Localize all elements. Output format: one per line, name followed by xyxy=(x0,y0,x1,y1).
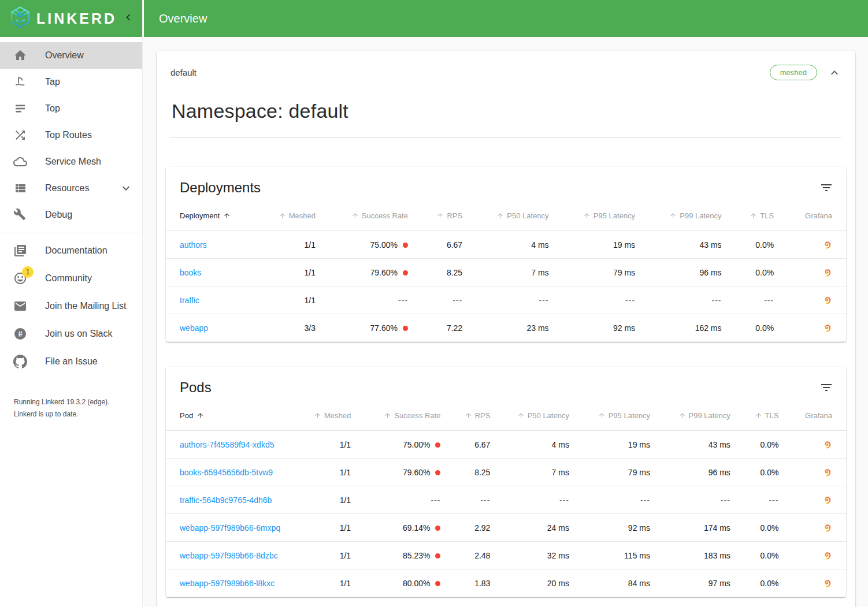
namespace-card-header: default meshed xyxy=(170,65,841,80)
metric-value: --- xyxy=(431,496,440,505)
meshed-badge[interactable]: meshed xyxy=(770,65,817,80)
sidebar-item-tap[interactable]: Tap xyxy=(0,69,142,95)
deployment-link[interactable]: webapp xyxy=(180,323,208,333)
pod-link[interactable]: books-65945656db-5tvw9 xyxy=(180,468,273,477)
linkerd-logo[interactable]: LINKERD xyxy=(8,5,117,32)
cell-p99: 43 ms xyxy=(635,231,721,259)
deployment-link[interactable]: traffic xyxy=(180,296,199,305)
pod-link[interactable]: webapp-597f989b66-l8kxc xyxy=(180,579,275,588)
cell-success_rate: 77.60% xyxy=(316,314,408,342)
column-header-p50[interactable]: P50 Latency xyxy=(490,396,569,431)
sidebar-item-service-mesh[interactable]: Service Mesh xyxy=(0,148,142,175)
pod-link[interactable]: webapp-597f989b66-6mxpq xyxy=(180,523,280,532)
grafana-icon[interactable] xyxy=(822,440,832,449)
sidebar-item-mailing-list[interactable]: Join the Mailing List xyxy=(0,292,142,320)
collapse-section-button[interactable] xyxy=(828,66,841,80)
column-label: P99 Latency xyxy=(689,411,730,420)
cell-p99: 96 ms xyxy=(635,259,721,286)
section-divider xyxy=(170,137,841,138)
cell-rps: 2.92 xyxy=(440,514,490,542)
sidebar-item-file-issue[interactable]: File an Issue xyxy=(0,348,142,375)
pod-link[interactable]: authors-7f45589f94-xdkd5 xyxy=(180,440,274,449)
metric-value: 6.67 xyxy=(474,440,490,449)
content: default meshed Namespace: default Deploy… xyxy=(143,37,868,607)
column-header-rps[interactable]: RPS xyxy=(440,396,490,431)
sidebar-item-label: Top xyxy=(45,103,60,114)
column-header-name[interactable]: Pod xyxy=(166,396,295,431)
cell-grafana xyxy=(778,459,846,486)
column-header-tls[interactable]: TLS xyxy=(722,196,774,231)
sidebar-item-slack[interactable]: # Join us on Slack xyxy=(0,320,142,348)
metric-value: 23 ms xyxy=(526,323,548,333)
pods-card-header: Pods xyxy=(166,367,846,396)
metric-value: 7 ms xyxy=(552,468,569,477)
cell-p50: 4 ms xyxy=(490,431,569,459)
sidebar-item-documentation[interactable]: Documentation xyxy=(0,237,142,265)
grafana-icon[interactable] xyxy=(822,495,832,505)
column-header-success_rate[interactable]: Success Rate xyxy=(316,196,408,231)
column-header-success_rate[interactable]: Success Rate xyxy=(351,396,440,431)
column-header-name[interactable]: Deployment xyxy=(166,196,254,231)
sidebar-item-top-routes[interactable]: Top Routes xyxy=(0,122,142,148)
metric-value: 84 ms xyxy=(628,579,650,588)
sidebar-item-resources[interactable]: Resources xyxy=(0,175,142,202)
cell-tls: --- xyxy=(730,486,779,514)
deployment-link[interactable]: books xyxy=(180,268,201,277)
column-header-p99[interactable]: P99 Latency xyxy=(650,396,730,431)
grafana-icon[interactable] xyxy=(822,578,832,588)
cell-p99: 96 ms xyxy=(650,459,730,486)
cell-grafana xyxy=(778,431,846,459)
cell-meshed: 1/1 xyxy=(295,514,351,542)
sidebar-item-debug[interactable]: Debug xyxy=(0,202,142,228)
cell-p99: --- xyxy=(635,286,721,314)
pod-row: traffic-564b9c9765-4dh6b1/1-------------… xyxy=(166,486,846,514)
grafana-icon[interactable] xyxy=(822,323,832,333)
cell-name: traffic-564b9c9765-4dh6b xyxy=(166,486,295,514)
metric-value: --- xyxy=(640,496,650,505)
grafana-icon[interactable] xyxy=(822,240,832,249)
sort-arrow-icon xyxy=(678,412,686,419)
grafana-icon[interactable] xyxy=(822,523,832,532)
column-header-meshed[interactable]: Meshed xyxy=(295,396,351,431)
pod-link[interactable]: traffic-564b9c9765-4dh6b xyxy=(180,496,272,505)
deployment-link[interactable]: authors xyxy=(180,240,207,249)
cell-success_rate: 69.14% xyxy=(351,514,440,542)
sidebar-item-overview[interactable]: Overview xyxy=(0,42,142,69)
grafana-icon[interactable] xyxy=(822,295,832,305)
column-header-meshed[interactable]: Meshed xyxy=(254,196,316,231)
column-header-p95[interactable]: P95 Latency xyxy=(549,196,635,231)
metric-value: --- xyxy=(769,496,778,505)
cell-p95: 92 ms xyxy=(569,514,650,542)
filter-icon[interactable] xyxy=(819,181,833,195)
column-header-p99[interactable]: P99 Latency xyxy=(635,196,721,231)
sidebar-item-community[interactable]: 1 Community xyxy=(0,265,142,292)
cell-meshed: 1/1 xyxy=(254,231,316,259)
column-header-tls[interactable]: TLS xyxy=(730,396,779,431)
grafana-icon[interactable] xyxy=(822,550,832,560)
metric-value: 69.14% xyxy=(403,523,430,532)
tap-icon xyxy=(13,75,27,89)
pod-link[interactable]: webapp-597f989b66-8dzbc xyxy=(180,551,278,560)
metric-value: 75.00% xyxy=(403,440,430,449)
column-header-rps[interactable]: RPS xyxy=(408,196,462,231)
filter-icon[interactable] xyxy=(819,381,833,394)
deployment-row: traffic1/1------------------ xyxy=(166,286,846,314)
sidebar-collapse-button[interactable] xyxy=(120,10,136,27)
metric-value: 3/3 xyxy=(304,323,315,333)
column-header-p95[interactable]: P95 Latency xyxy=(569,396,650,431)
sidebar-item-top[interactable]: Top xyxy=(0,95,142,122)
grafana-icon[interactable] xyxy=(822,267,832,277)
cell-tls: 0.0% xyxy=(730,459,779,486)
metric-value: 24 ms xyxy=(547,523,569,532)
grafana-icon[interactable] xyxy=(822,467,832,477)
cell-success_rate: --- xyxy=(316,286,408,314)
metric-value: 43 ms xyxy=(699,240,721,249)
cell-grafana xyxy=(774,314,846,342)
column-label: P50 Latency xyxy=(507,211,548,220)
column-label: Grafana xyxy=(805,211,832,220)
column-header-p50[interactable]: P50 Latency xyxy=(462,196,548,231)
cloud-icon xyxy=(13,155,27,169)
metric-value: 1/1 xyxy=(340,468,351,477)
metric-value: 8.25 xyxy=(474,468,490,477)
namespace-title: Namespace: default xyxy=(172,100,840,122)
